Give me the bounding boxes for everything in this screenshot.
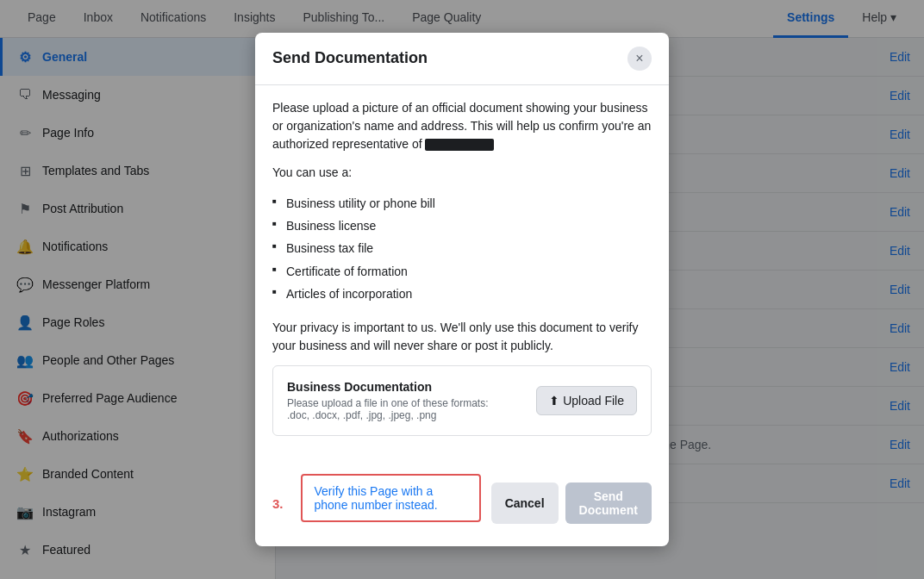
- send-document-button[interactable]: Send Document: [565, 482, 652, 524]
- modal-header: Send Documentation ×: [255, 33, 669, 85]
- upload-box-formats: Please upload a file in one of these for…: [287, 397, 488, 421]
- modal-footer: 3. Verify this Page with a phone number …: [255, 464, 669, 546]
- upload-box: Business Documentation Please upload a f…: [272, 365, 652, 436]
- step-number: 3.: [272, 496, 284, 511]
- redacted-name: [425, 139, 494, 151]
- modal-close-button[interactable]: ×: [627, 47, 652, 71]
- cancel-button[interactable]: Cancel: [491, 482, 559, 524]
- modal-intro-text: Please upload a picture of an official d…: [272, 99, 652, 153]
- doc-type-3: Business tax file: [272, 237, 652, 259]
- document-types-list: Business utility or phone bill Business …: [272, 192, 652, 306]
- doc-type-1: Business utility or phone bill: [272, 192, 652, 215]
- upload-file-button[interactable]: ⬆ Upload File: [536, 386, 637, 415]
- upload-box-title: Business Documentation: [287, 380, 488, 394]
- verify-link-container: Verify this Page with a phone number ins…: [301, 474, 481, 522]
- doc-type-2: Business license: [272, 215, 652, 237]
- verify-phone-link[interactable]: Verify this Page with a phone number ins…: [315, 484, 467, 512]
- you-can-use-label: You can use a:: [272, 164, 652, 182]
- footer-buttons: Cancel Send Document: [491, 482, 652, 524]
- doc-type-5: Articles of incorporation: [272, 283, 652, 305]
- upload-box-info: Business Documentation Please upload a f…: [287, 380, 488, 421]
- modal-title: Send Documentation: [272, 49, 428, 67]
- modal-body: Please upload a picture of an official d…: [255, 85, 669, 464]
- modal-overlay[interactable]: Send Documentation × Please upload a pic…: [0, 0, 924, 579]
- privacy-note: Your privacy is important to us. We'll o…: [272, 319, 652, 355]
- send-documentation-modal: Send Documentation × Please upload a pic…: [255, 33, 669, 547]
- verify-footer-row: 3. Verify this Page with a phone number …: [272, 474, 652, 532]
- doc-type-4: Certificate of formation: [272, 260, 652, 283]
